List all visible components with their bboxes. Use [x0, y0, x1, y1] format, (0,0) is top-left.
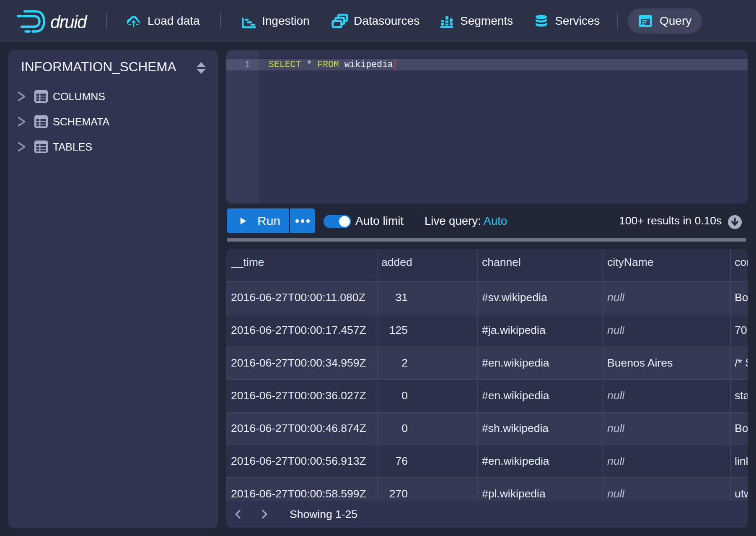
svg-text:druid: druid: [50, 12, 88, 32]
